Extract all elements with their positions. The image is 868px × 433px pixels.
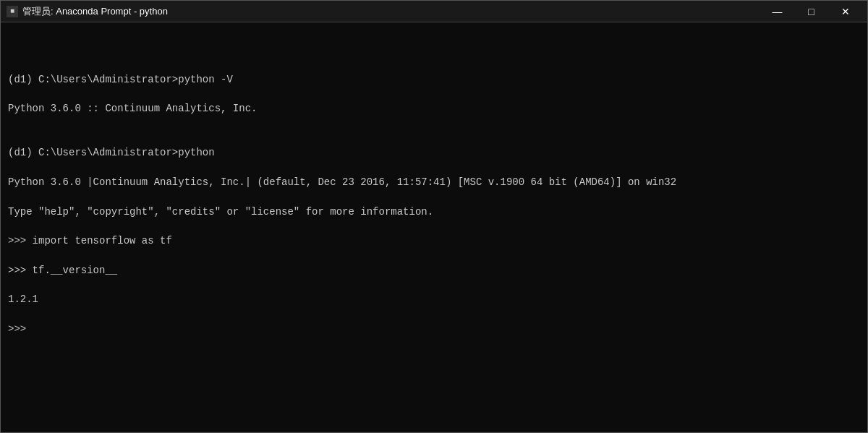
maximize-button[interactable]: □ <box>795 1 827 22</box>
terminal-line: >>> <box>8 322 860 336</box>
window-title: 管理员: Anaconda Prompt - python <box>22 5 168 18</box>
window-controls: — □ ✕ <box>761 1 861 22</box>
terminal-body[interactable]: (d1) C:\Users\Administrator>python -V Py… <box>1 22 867 432</box>
terminal-line: Python 3.6.0 :: Continuum Analytics, Inc… <box>8 101 860 116</box>
terminal-line: Type "help", "copyright", "credits" or "… <box>8 205 860 219</box>
terminal-line: >>> tf.__version__ <box>8 263 860 278</box>
terminal-line: (d1) C:\Users\Administrator>python -V <box>8 72 860 87</box>
terminal-line: >>> import tensorflow as tf <box>8 233 860 248</box>
minimize-button[interactable]: — <box>761 1 793 22</box>
terminal-line: Python 3.6.0 |Continuum Analytics, Inc.|… <box>8 175 860 189</box>
title-bar-left: ■ 管理员: Anaconda Prompt - python <box>7 5 168 18</box>
close-button[interactable]: ✕ <box>829 1 861 22</box>
terminal-line: 1.2.1 <box>8 292 860 306</box>
window: ■ 管理员: Anaconda Prompt - python — □ ✕ (d… <box>0 0 868 433</box>
title-bar: ■ 管理员: Anaconda Prompt - python — □ ✕ <box>1 1 867 22</box>
terminal-icon: ■ <box>7 6 18 17</box>
terminal-line: (d1) C:\Users\Administrator>python <box>8 145 860 160</box>
